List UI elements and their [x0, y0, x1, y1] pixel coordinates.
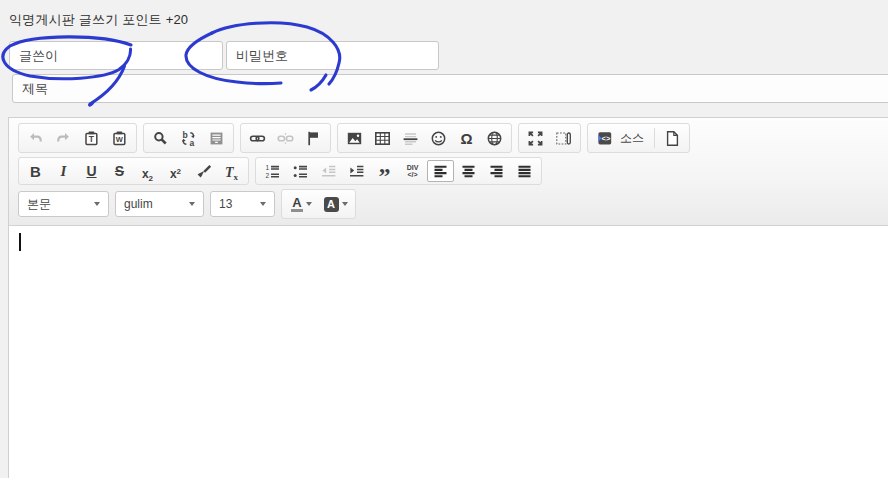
- paragraph-format-select[interactable]: 본문: [18, 191, 109, 217]
- author-input[interactable]: [9, 41, 223, 70]
- group-basicstyles: B I U S x2 x2: [18, 157, 249, 185]
- toolbar-row-3: 본문 gulim 13 A A: [18, 189, 887, 219]
- numbered-list-button[interactable]: 1 2: [259, 160, 286, 182]
- chevron-down-icon: [342, 202, 348, 206]
- redo-icon: [55, 130, 72, 147]
- editor-toolbar: T W: [9, 118, 888, 226]
- redo-button[interactable]: [50, 126, 77, 150]
- indent-button[interactable]: [343, 160, 370, 182]
- find-button[interactable]: [147, 126, 174, 150]
- globe-icon: [486, 130, 503, 147]
- subscript-icon: x: [142, 167, 149, 181]
- bold-button[interactable]: B: [22, 160, 49, 182]
- strikethrough-button[interactable]: S: [106, 160, 133, 182]
- source-label: 소스: [620, 130, 644, 147]
- insert-image-button[interactable]: [341, 126, 368, 150]
- underline-button[interactable]: U: [78, 160, 105, 182]
- replace-button[interactable]: b a: [175, 126, 202, 150]
- svg-text:2: 2: [265, 171, 269, 178]
- link-button[interactable]: [244, 126, 271, 150]
- flag-icon: [305, 130, 322, 147]
- show-blocks-button[interactable]: [550, 126, 577, 150]
- bulleted-list-button[interactable]: [287, 160, 314, 182]
- bulleted-list-icon: [292, 163, 309, 180]
- div-container-button[interactable]: DIV </>: [399, 160, 426, 182]
- rich-text-editor: T W: [8, 117, 888, 478]
- source-button[interactable]: <> 소스: [591, 126, 650, 150]
- select-all-icon: [208, 130, 225, 147]
- bold-icon: B: [30, 163, 41, 180]
- unlink-button[interactable]: [272, 126, 299, 150]
- align-center-icon: [460, 163, 477, 180]
- svg-text:T: T: [89, 134, 95, 144]
- superscript-icon: x: [170, 167, 177, 181]
- align-justify-icon: [516, 163, 533, 180]
- horizontal-rule-button[interactable]: [397, 126, 424, 150]
- outdent-icon: [320, 163, 337, 180]
- copy-formatting-button[interactable]: [190, 160, 217, 182]
- chevron-down-icon: [94, 202, 100, 206]
- remove-format-button[interactable]: Tx: [218, 160, 245, 182]
- horizontal-rule-icon: [402, 130, 419, 147]
- font-family-value: gulim: [124, 197, 153, 211]
- blockquote-icon: ”: [379, 171, 391, 181]
- group-paragraph: 1 2: [255, 157, 542, 185]
- separator: [654, 128, 655, 148]
- group-source: <> 소스: [587, 123, 690, 153]
- toolbar-row-1: T W: [18, 123, 887, 153]
- special-char-button[interactable]: Ω: [453, 126, 480, 150]
- align-left-icon: [432, 163, 449, 180]
- align-justify-button[interactable]: [511, 160, 538, 182]
- chevron-down-icon: [306, 202, 312, 206]
- group-clipboard: T W: [18, 123, 137, 153]
- maximize-button[interactable]: [522, 126, 549, 150]
- outdent-button[interactable]: [315, 160, 342, 182]
- paste-text-button[interactable]: T: [78, 126, 105, 150]
- align-center-button[interactable]: [455, 160, 482, 182]
- div-icon: DIV: [407, 164, 419, 171]
- align-right-icon: [488, 163, 505, 180]
- background-color-button[interactable]: A: [319, 192, 352, 216]
- subscript-button[interactable]: x2: [134, 160, 161, 182]
- strikethrough-icon: S: [115, 163, 124, 179]
- font-size-value: 13: [219, 197, 232, 211]
- new-page-icon: [664, 130, 681, 147]
- subject-input[interactable]: [12, 74, 888, 103]
- group-colors: A A: [281, 189, 356, 219]
- paste-word-button[interactable]: W: [106, 126, 133, 150]
- text-color-button[interactable]: A: [285, 192, 318, 216]
- group-find: b a: [143, 123, 234, 153]
- text-color-icon: A: [291, 197, 302, 212]
- smiley-button[interactable]: [425, 126, 452, 150]
- svg-text:<>: <>: [602, 134, 611, 143]
- numbered-list-icon: 1 2: [264, 163, 281, 180]
- iframe-button[interactable]: [481, 126, 508, 150]
- align-right-button[interactable]: [483, 160, 510, 182]
- select-all-button[interactable]: [203, 126, 230, 150]
- italic-button[interactable]: I: [50, 160, 77, 182]
- superscript-button[interactable]: x2: [162, 160, 189, 182]
- group-view: [518, 123, 581, 153]
- font-family-select[interactable]: gulim: [115, 191, 204, 217]
- new-page-button[interactable]: [659, 126, 686, 150]
- page-title: 익명게시판 글쓰기 포인트 +20: [9, 11, 188, 29]
- chevron-down-icon: [189, 202, 195, 206]
- table-icon: [374, 130, 391, 147]
- page: { "page": { "title": "익명게시판 글쓰기 포인트 +20"…: [0, 0, 888, 478]
- undo-button[interactable]: [22, 126, 49, 150]
- insert-table-button[interactable]: [369, 126, 396, 150]
- toolbar-row-2: B I U S x2 x2: [18, 157, 887, 185]
- blockquote-button[interactable]: ”: [371, 160, 398, 182]
- show-blocks-icon: [555, 130, 572, 147]
- password-input[interactable]: [226, 41, 439, 70]
- text-caret: [19, 233, 21, 251]
- align-left-button[interactable]: [427, 160, 454, 182]
- font-size-select[interactable]: 13: [210, 191, 275, 217]
- link-icon: [249, 130, 266, 147]
- remove-format-icon: T: [225, 165, 234, 181]
- anchor-button[interactable]: [300, 126, 327, 150]
- svg-text:a: a: [189, 137, 194, 146]
- italic-icon: I: [61, 163, 67, 180]
- smiley-icon: [430, 130, 447, 147]
- editor-content-area[interactable]: [9, 226, 888, 478]
